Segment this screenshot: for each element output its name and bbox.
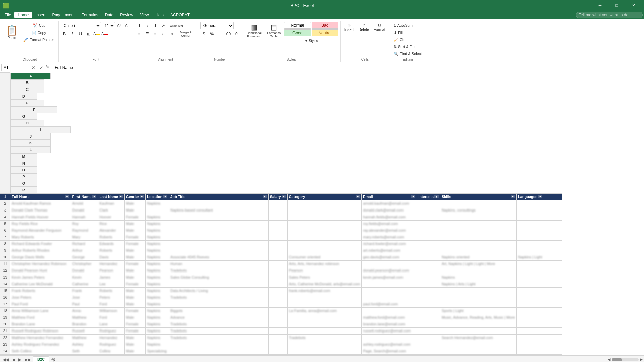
cell[interactable] [169,301,269,307]
cell[interactable]: Consumer oriented [287,254,362,260]
cell[interactable]: Donald [71,267,98,274]
scroll-right[interactable]: ▶ [640,357,643,362]
cell[interactable] [553,214,556,220]
cell[interactable] [268,200,287,207]
cell[interactable]: matthew.ford@email.com [362,314,417,321]
cell[interactable] [417,307,440,314]
filter-category[interactable]: ▼ [356,195,360,198]
cell[interactable]: Ford [98,314,125,321]
cell[interactable] [440,341,516,348]
cell[interactable] [417,354,440,355]
cell[interactable] [556,341,559,348]
cell[interactable]: Napkins [146,294,169,301]
font-size-select[interactable]: 11 [102,22,115,29]
cell[interactable]: Kevin [71,274,98,281]
cell[interactable] [547,207,550,214]
cell[interactable] [287,314,362,321]
cell[interactable]: Edwards [98,240,125,247]
row-num-9[interactable]: 9 [0,247,10,254]
row-num-21[interactable]: 21 [0,327,10,334]
cell[interactable]: Catherine [71,281,98,287]
row-num-23[interactable]: 23 [0,341,10,348]
cell[interactable] [544,281,547,287]
cell[interactable] [544,354,547,355]
cell[interactable]: Donald Pearson Hunt [10,267,71,274]
cell[interactable] [550,281,553,287]
cell[interactable] [553,240,556,247]
cell[interactable] [547,220,550,227]
cell[interactable]: Associate 4045 Reeves [169,254,269,260]
cell[interactable] [544,214,547,220]
cell[interactable]: Male [124,200,145,207]
cell[interactable]: Napkins [146,267,169,274]
cell[interactable] [287,207,362,214]
cell[interactable] [440,240,516,247]
cell[interactable] [268,240,287,247]
cell[interactable] [547,247,550,254]
clear-button[interactable]: 🧹 Clear [391,36,411,43]
cell[interactable] [169,227,269,234]
close-button[interactable]: ✕ [626,0,641,11]
cell[interactable] [516,227,544,234]
cell[interactable] [553,314,556,321]
col-header-m[interactable]: M [10,153,37,160]
cell[interactable] [287,294,362,301]
cell[interactable] [559,260,562,267]
cell[interactable] [553,207,556,214]
cell[interactable] [169,348,269,354]
cell[interactable]: Napkins [146,327,169,334]
cell[interactable] [516,321,544,327]
font-name-select[interactable]: Calibri [61,22,101,29]
cell[interactable]: Specializing [146,348,169,354]
cell[interactable]: Search Hernandez@email.com [440,334,516,341]
cell[interactable] [268,234,287,240]
sort-filter-button[interactable]: ⇅ Sort & Filter [391,43,420,50]
cell[interactable] [553,247,556,254]
col-header-h[interactable]: H [10,120,44,126]
row-num-20[interactable]: 20 [0,321,10,327]
cell[interactable]: paul.ford@email.com [362,301,417,307]
cell[interactable]: Arts, Arts, Hernandez robinson [287,260,362,267]
cell[interactable] [547,260,550,267]
cell[interactable]: Lane [98,321,125,327]
decrease-font-button[interactable]: A⁻ [124,22,131,29]
sheet-nav-last[interactable]: ▶▶ [23,357,32,362]
cell[interactable]: Hannah [71,214,98,220]
cell[interactable] [559,327,562,334]
cell[interactable]: Richard Edwards Fowler [10,240,71,247]
cell[interactable]: Napkins | Light [516,254,544,260]
cell[interactable]: Male [124,287,145,294]
cell[interactable]: Arthur [71,247,98,254]
cell[interactable]: Roberts [98,247,125,254]
cell[interactable]: Catherine Lee McDonald [10,281,71,287]
cell[interactable]: Napkins [146,354,169,355]
cell[interactable] [287,247,362,254]
cell[interactable]: Sales Peters [287,274,362,281]
cell[interactable]: Davis [98,254,125,260]
menu-home[interactable]: Home [14,12,32,18]
paste-button[interactable]: 📋 Paste [3,22,20,42]
cell[interactable] [287,234,362,240]
cell[interactable] [556,260,559,267]
cell[interactable]: Arnold Kaufman Ramos [10,200,71,207]
cell[interactable] [553,348,556,354]
cell[interactable]: Female [124,240,145,247]
cell[interactable] [287,348,362,354]
cell[interactable] [417,341,440,348]
cell[interactable] [169,234,269,240]
format-button[interactable]: ⊟ Format [372,22,387,33]
cell[interactable] [559,314,562,321]
cell[interactable] [440,227,516,234]
cell[interactable] [268,247,287,254]
cell[interactable]: Russell [71,327,98,334]
col-header-j[interactable]: J [10,133,51,140]
cell[interactable] [553,301,556,307]
cell[interactable] [544,207,547,214]
cell[interactable] [544,348,547,354]
insert-button[interactable]: ⊕ Insert [343,22,356,33]
cell[interactable] [268,301,287,307]
cell[interactable]: kevin.james@email.com [362,274,417,281]
cell[interactable]: Female [124,234,145,240]
cell[interactable] [169,281,269,287]
cell[interactable]: Napkins [146,287,169,294]
